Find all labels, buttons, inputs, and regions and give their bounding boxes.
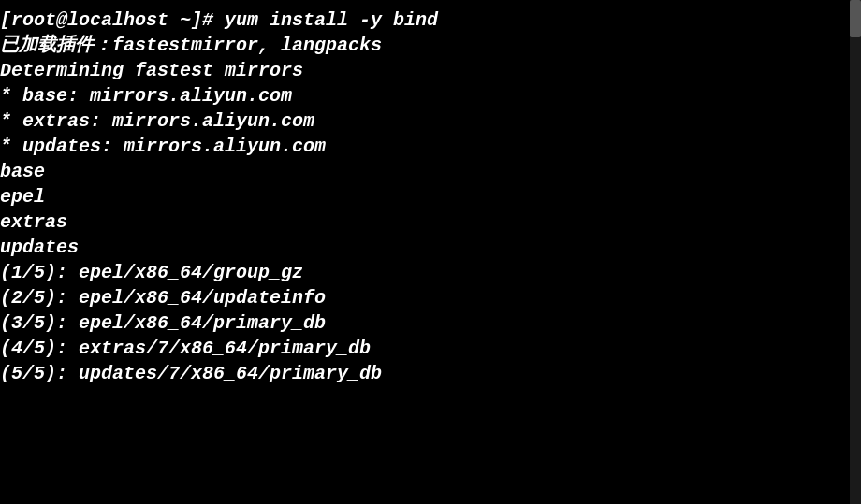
terminal-line-14: (4/5): extras/7/x86_64/primary_db <box>0 336 861 361</box>
terminal-line-11: (1/5): epel/x86_64/group_gz <box>0 260 861 285</box>
terminal-line-13: (3/5): epel/x86_64/primary_db <box>0 310 861 336</box>
scrollbar-track[interactable] <box>850 0 861 504</box>
terminal-line-3: Determining fastest mirrors <box>0 58 861 83</box>
terminal-line-5: * extras: mirrors.aliyun.com <box>0 108 861 134</box>
terminal-line-12: (2/5): epel/x86_64/updateinfo <box>0 285 861 310</box>
terminal-line-1: [root@localhost ~]# yum install -y bind <box>0 7 861 33</box>
terminal-line-15: (5/5): updates/7/x86_64/primary_db <box>0 361 861 386</box>
terminal-line-4: * base: mirrors.aliyun.com <box>0 83 861 108</box>
terminal-line-6: * updates: mirrors.aliyun.com <box>0 134 861 159</box>
terminal-line-8: epel <box>0 184 861 209</box>
terminal-line-9: extras <box>0 209 861 235</box>
terminal-output: [root@localhost ~]# yum install -y bind已… <box>0 7 861 386</box>
terminal-window: [root@localhost ~]# yum install -y bind已… <box>0 0 861 504</box>
terminal-line-7: base <box>0 159 861 184</box>
terminal-line-2: 已加载插件：fastestmirror, langpacks <box>0 33 861 58</box>
scrollbar-thumb[interactable] <box>850 0 861 37</box>
terminal-line-10: updates <box>0 235 861 260</box>
